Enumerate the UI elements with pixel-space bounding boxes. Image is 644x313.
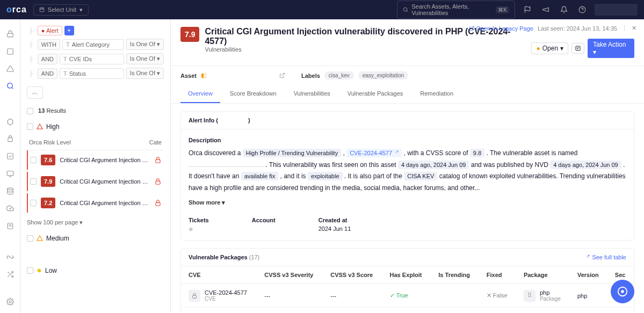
last-seen: Last seen: 2024 Jun 13, 14:35 xyxy=(538,25,617,32)
close-icon[interactable]: ✕ xyxy=(632,25,636,32)
svg-line-22 xyxy=(8,272,9,274)
alert-info-header: Alert Info ( ) xyxy=(181,112,634,129)
select-unit-dropdown[interactable]: Select Unit ▾ xyxy=(33,4,89,16)
filter-operator[interactable]: Is One Of ▾ xyxy=(126,68,164,79)
results-count: 13 Results xyxy=(27,103,164,119)
svg-rect-9 xyxy=(7,48,13,54)
svg-rect-8 xyxy=(7,34,13,37)
nav-upload-icon[interactable] xyxy=(5,205,15,212)
open-legacy-link[interactable]: Open In Legacy Page xyxy=(469,25,533,32)
account-label: Account xyxy=(252,217,276,223)
help-icon[interactable] xyxy=(576,4,588,16)
status-dropdown[interactable]: ● Open ▾ xyxy=(531,42,568,54)
notes-button[interactable] xyxy=(571,43,584,54)
tickets-label: Tickets xyxy=(189,217,209,223)
svg-point-27 xyxy=(38,269,41,273)
svg-rect-0 xyxy=(40,8,44,12)
nav-infinity-icon[interactable] xyxy=(5,253,15,261)
package-row[interactable]: CVE-2024-4577CVE------✓ True✕ False⠿phpP… xyxy=(181,284,634,308)
filter-prefix: WITH xyxy=(38,39,60,50)
result-row[interactable]: 7.6Critical CGI Argument Injection vuln.… xyxy=(27,150,164,170)
nav-monitor-icon[interactable] xyxy=(5,170,15,177)
filter-field[interactable]: T Status xyxy=(60,68,124,79)
filter-field[interactable]: T CVE IDs xyxy=(60,54,124,64)
more-menu-icon[interactable]: ⋮ xyxy=(621,25,627,32)
filter-alert-tag[interactable]: ● Alert xyxy=(38,26,62,35)
svg-rect-13 xyxy=(7,154,13,159)
detail-score-badge: 7.9 xyxy=(180,27,199,42)
nav-shuffle-icon[interactable] xyxy=(5,271,15,278)
result-row[interactable]: 7.2Critical CGI Argument Injection vuln.… xyxy=(27,193,164,213)
take-action-button[interactable]: Take Action ▾ xyxy=(588,39,634,58)
vulnerable-packages-card: Vulnerable Packages (17) See full table … xyxy=(180,248,634,313)
packages-table: CVECVSS v3 SeverityCVSS v3 ScoreHas Expl… xyxy=(181,266,634,313)
see-full-table-link[interactable]: See full table xyxy=(584,254,626,260)
pagination[interactable]: Show 100 per page ▾ xyxy=(27,215,164,230)
alert-info-card: Alert Info ( ) Description Orca discover… xyxy=(180,111,634,241)
announce-icon[interactable] xyxy=(540,4,552,16)
label-chip[interactable]: cisa_kev xyxy=(324,71,354,79)
bell-icon[interactable] xyxy=(558,4,570,16)
created-value: 2024 Jun 11 xyxy=(319,225,351,232)
svg-rect-24 xyxy=(156,160,160,163)
svg-rect-35 xyxy=(193,295,197,298)
chat-fab[interactable] xyxy=(611,280,634,303)
svg-rect-2 xyxy=(42,9,43,9)
flag-icon[interactable] xyxy=(522,4,533,16)
created-label: Created at xyxy=(319,217,351,223)
nav-check-icon[interactable] xyxy=(5,152,15,160)
package-row[interactable]: CVE-2024-4577CVE------✓ True✕ False⠿phpP… xyxy=(181,308,634,313)
tab-score-breakdown[interactable]: Score Breakdown xyxy=(222,85,284,103)
severity-medium[interactable]: Medium xyxy=(27,230,164,246)
svg-rect-12 xyxy=(8,138,12,142)
nav-lock-icon[interactable] xyxy=(5,30,15,38)
svg-rect-26 xyxy=(156,203,160,206)
svg-point-3 xyxy=(403,8,407,11)
tab-overview[interactable]: Overview xyxy=(180,85,220,103)
nav-db-icon[interactable] xyxy=(5,187,15,195)
global-search-input[interactable]: Search Assets, Alerts, Vulnerabilities ⌘… xyxy=(397,1,515,19)
nav-dashboard-icon[interactable] xyxy=(5,47,15,55)
nav-box-icon[interactable] xyxy=(5,135,15,143)
label-chip[interactable]: easy_exploitation xyxy=(358,71,408,79)
side-nav xyxy=(0,19,20,313)
filter-prefix: AND xyxy=(38,68,57,79)
detail-panel: Open In Legacy Page Last seen: 2024 Jun … xyxy=(171,19,644,313)
svg-point-38 xyxy=(621,290,624,293)
nav-settings-icon[interactable] xyxy=(5,298,15,305)
svg-point-16 xyxy=(7,188,13,190)
asset-external-icon[interactable] xyxy=(279,72,285,78)
filter-operator[interactable]: Is One Of ▾ xyxy=(126,53,164,64)
collapse-filters-button[interactable]: ︿ xyxy=(27,86,43,99)
svg-line-28 xyxy=(471,26,474,29)
result-row[interactable]: 7.9Critical CGI Argument Injection vuln.… xyxy=(27,172,164,191)
tab-vulnerable-packages[interactable]: Vulnerable Packages xyxy=(340,85,411,103)
nav-doc-icon[interactable] xyxy=(5,222,15,230)
tab-vulnerabilities[interactable]: Vulnerabilities xyxy=(286,85,338,103)
top-bar: orca Select Unit ▾ Search Assets, Alerts… xyxy=(0,0,644,19)
svg-line-11 xyxy=(11,88,13,89)
labels-label: Labels xyxy=(301,72,320,79)
svg-line-33 xyxy=(396,151,398,153)
description-text: Orca discovered a High Profile / Trendin… xyxy=(189,148,626,194)
svg-rect-29 xyxy=(576,46,580,50)
severity-high[interactable]: High xyxy=(27,119,164,135)
asset-icon: ◧ xyxy=(201,72,206,79)
tab-remediation[interactable]: Remediation xyxy=(413,85,461,103)
nav-search-icon[interactable] xyxy=(5,82,15,90)
filter-prefix: AND xyxy=(38,54,57,64)
svg-line-32 xyxy=(282,73,285,76)
severity-low[interactable]: Low xyxy=(27,263,164,279)
user-menu[interactable] xyxy=(595,4,638,16)
filter-field[interactable]: T Alert Category xyxy=(62,39,124,50)
add-filter-button[interactable]: + xyxy=(64,26,74,35)
nav-cloud-icon[interactable] xyxy=(5,118,15,125)
svg-point-10 xyxy=(7,83,12,88)
description-label: Description xyxy=(189,137,626,143)
filter-operator[interactable]: Is One Of ▾ xyxy=(126,39,164,50)
detail-tabs: Overview Score Breakdown Vulnerabilities… xyxy=(171,85,644,104)
show-more-button[interactable]: Show more ▾ xyxy=(189,199,626,206)
svg-line-4 xyxy=(407,11,408,12)
svg-rect-1 xyxy=(41,9,41,9)
nav-alert-icon[interactable] xyxy=(5,65,15,72)
